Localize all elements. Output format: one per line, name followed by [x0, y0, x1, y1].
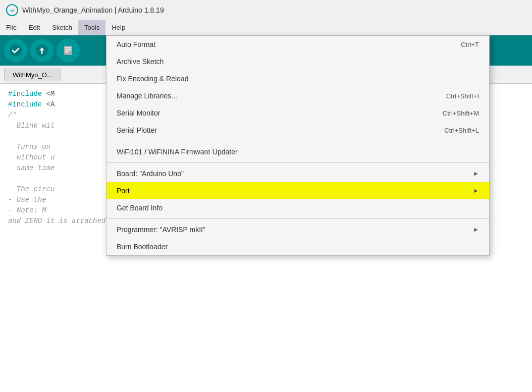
port-arrow: ► — [473, 187, 479, 194]
separator-1 — [107, 141, 489, 141]
menu-programmer[interactable]: Programmer: "AVRISP mkII" ► — [107, 221, 489, 238]
sketch-button[interactable] — [57, 39, 80, 62]
svg-text:∞: ∞ — [10, 8, 14, 13]
menu-edit[interactable]: Edit — [23, 20, 46, 35]
menu-manage-libraries[interactable]: Manage Libraries... Ctrl+Shift+I — [107, 87, 489, 104]
menu-auto-format[interactable]: Auto Format Ctrl+T — [107, 36, 489, 53]
sketch-icon — [62, 44, 75, 57]
svg-rect-8 — [65, 49, 71, 50]
menu-file[interactable]: File — [0, 20, 23, 35]
editor-tab[interactable]: WithMyo_O... — [4, 69, 61, 81]
svg-point-2 — [10, 44, 22, 57]
svg-rect-9 — [65, 51, 69, 52]
menu-port[interactable]: Port ► — [107, 182, 489, 199]
title-bar: ∞ WithMyo_Orange_Animation | Arduino 1.8… — [0, 0, 532, 20]
menu-bar: File Edit Sketch Tools Help — [0, 20, 532, 35]
programmer-arrow: ► — [473, 226, 479, 233]
upload-icon — [35, 44, 48, 57]
board-arrow: ► — [473, 170, 479, 177]
menu-serial-plotter[interactable]: Serial Plotter Ctrl+Shift+L — [107, 122, 489, 139]
menu-board[interactable]: Board: "Arduino Uno" ► — [107, 165, 489, 182]
menu-help[interactable]: Help — [105, 20, 131, 35]
menu-archive-sketch[interactable]: Archive Sketch — [107, 53, 489, 70]
arduino-logo: ∞ — [6, 4, 18, 16]
menu-wifi-firmware[interactable]: WiFi101 / WiFiNINA Firmware Updater — [107, 143, 489, 160]
menu-fix-encoding[interactable]: Fix Encoding & Reload — [107, 70, 489, 87]
tools-dropdown: Auto Format Ctrl+T Archive Sketch Fix En… — [106, 35, 490, 256]
separator-2 — [107, 162, 489, 163]
verify-icon — [9, 44, 22, 57]
verify-button[interactable] — [4, 39, 27, 62]
svg-rect-7 — [65, 47, 71, 48]
separator-3 — [107, 218, 489, 219]
menu-tools[interactable]: Tools — [78, 20, 105, 35]
menu-get-board-info[interactable]: Get Board Info — [107, 199, 489, 216]
window-title: WithMyo_Orange_Animation | Arduino 1.8.1… — [22, 6, 164, 14]
menu-burn-bootloader[interactable]: Burn Bootloader — [107, 238, 489, 255]
upload-button[interactable] — [30, 39, 54, 62]
menu-sketch[interactable]: Sketch — [46, 20, 78, 35]
menu-serial-monitor[interactable]: Serial Monitor Ctrl+Shift+M — [107, 104, 489, 122]
